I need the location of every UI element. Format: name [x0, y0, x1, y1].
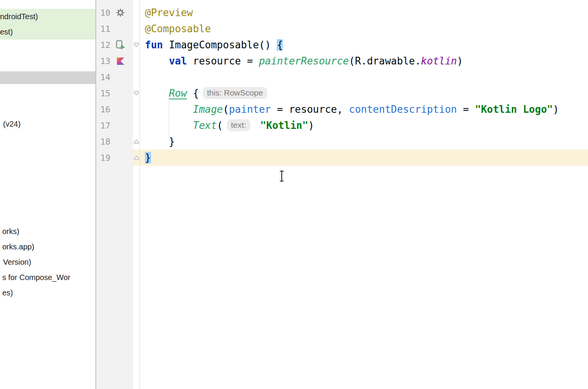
code-line: val resource = painterResource(R.drawabl… [145, 53, 588, 69]
code-token: painter [229, 104, 271, 115]
code-token: ) [308, 120, 314, 131]
code-line: Image(painter = resource, contentDescrip… [145, 101, 588, 117]
code-line: Text(text: "Kotlin") [145, 117, 588, 134]
code-token: } [145, 136, 175, 147]
inlay-hint-chip: text: [227, 119, 251, 131]
run-preview-icon[interactable] [114, 40, 127, 50]
line-number: 15 [96, 89, 110, 98]
tree-item-label: es) [2, 288, 13, 297]
code-token: Image [193, 104, 223, 115]
project-tree-item[interactable] [0, 71, 95, 84]
gutter-line: 16 [96, 101, 140, 117]
gutter-line: 17 [96, 117, 140, 134]
code-token: resource = [193, 55, 259, 67]
code-token [145, 87, 169, 99]
line-number: 19 [96, 153, 110, 163]
gear-icon[interactable] [114, 7, 127, 18]
code-token: (R.drawable. [349, 55, 421, 67]
code-line: @Preview [145, 5, 588, 21]
fold-marker[interactable] [133, 155, 140, 160]
line-number: 17 [96, 121, 110, 130]
code-token: Text [193, 120, 217, 131]
tree-item-label: orks.app) [2, 242, 34, 251]
tree-item-label: ndroidTest) [0, 12, 38, 21]
code-token: painterResource [259, 55, 349, 67]
gutter-line: 14 [96, 69, 140, 85]
code-token: @Preview [145, 7, 193, 18]
project-tree-item[interactable]: est) [0, 24, 95, 40]
code-line: fun ImageComposable() { [145, 37, 588, 53]
code-token: = resource, [271, 104, 349, 115]
gutter-line: 13 [96, 53, 140, 69]
tree-item-label: orks) [2, 227, 19, 236]
project-tree-item[interactable]: orks) [0, 224, 95, 239]
inlay-hint-chip: this: RowScope [203, 87, 267, 99]
line-number: 18 [96, 137, 110, 147]
fold-marker[interactable] [133, 42, 140, 48]
line-number: 10 [96, 8, 110, 18]
code-token: fun [145, 39, 169, 51]
code-token [145, 104, 193, 115]
line-number: 14 [96, 73, 110, 82]
code-token: ( [217, 120, 223, 131]
code-token: } [145, 152, 151, 163]
code-token: ImageComposable() [169, 39, 277, 51]
code-token: "Kotlin Logo" [475, 104, 553, 115]
project-tree-item[interactable]: (v24) [0, 116, 95, 132]
code-token: { [277, 39, 283, 51]
tree-item-label: Version) [3, 258, 31, 267]
ide-window: ndroidTest)est)(v24)orks)orks.app)Versio… [0, 0, 588, 389]
code-line: @Composable [145, 21, 588, 37]
project-tree-item[interactable]: ndroidTest) [0, 9, 95, 24]
code-token: ) [553, 104, 559, 115]
gutter-line: 11 [96, 21, 140, 37]
code-line: } [145, 134, 588, 150]
line-number: 16 [96, 105, 110, 114]
line-number: 11 [96, 24, 110, 34]
project-tree-item[interactable]: es) [0, 285, 95, 300]
project-tree-item[interactable]: Version) [0, 254, 95, 270]
code-token: ( [223, 104, 229, 115]
tree-item-label: (v24) [3, 120, 21, 129]
code-token: ) [457, 55, 463, 67]
project-panel: ndroidTest)est)(v24)orks)orks.app)Versio… [0, 0, 95, 389]
kotlin-file-icon [114, 56, 127, 66]
code-line: } [145, 150, 588, 166]
fold-marker[interactable] [133, 91, 140, 96]
code-token [254, 120, 260, 131]
code-line: Row {this: RowScope [145, 85, 588, 101]
ibeam-cursor [278, 170, 286, 184]
line-number: 13 [96, 56, 110, 66]
tree-item-label: est) [0, 28, 13, 36]
code-token: kotlin [421, 55, 457, 67]
code-editor[interactable]: @Preview@Composablefun ImageComposable()… [140, 0, 588, 389]
code-token: contentDescription [349, 104, 457, 115]
code-line [145, 69, 588, 85]
code-token: "Kotlin" [260, 120, 308, 131]
project-tree-item[interactable]: s for Compose_Wor [0, 270, 95, 285]
project-tree-item[interactable]: orks.app) [0, 239, 95, 254]
code-token: Row [169, 87, 187, 99]
gutter-line: 10 [96, 5, 140, 21]
code-token: @Composable [145, 23, 211, 35]
code-token: val [169, 55, 193, 67]
line-number: 12 [96, 40, 110, 50]
fold-marker[interactable] [133, 139, 140, 144]
code-token [145, 120, 193, 131]
code-token: = [457, 104, 475, 115]
code-token [145, 55, 169, 67]
tree-item-label: s for Compose_Wor [2, 273, 70, 282]
code-token: { [187, 87, 199, 99]
